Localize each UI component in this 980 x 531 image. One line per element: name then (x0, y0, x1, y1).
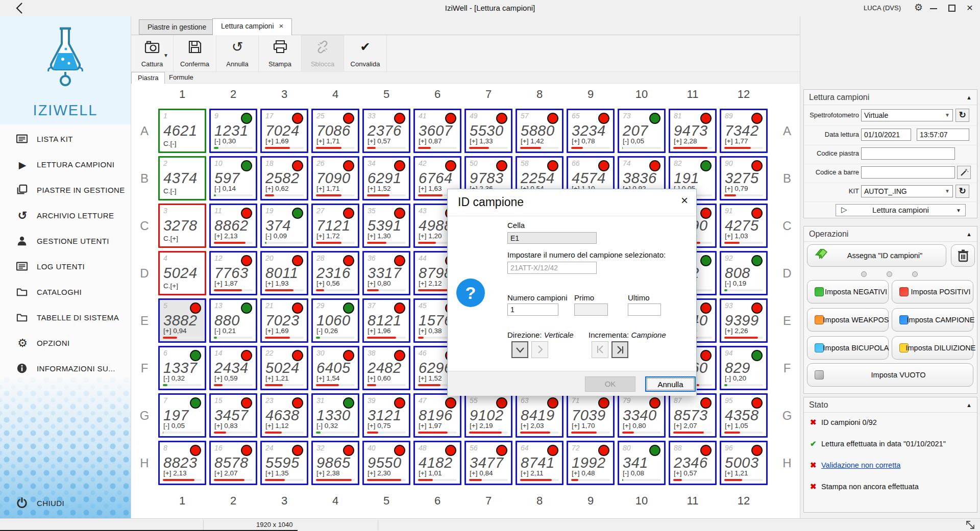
well-B3[interactable]: 182582[+] 0,62 (260, 156, 308, 200)
tab-close-icon[interactable]: × (279, 21, 284, 30)
subtab-piastra[interactable]: Piastra (131, 72, 165, 84)
well-G11[interactable]: 878573[+] 2,07 (669, 393, 717, 438)
kit-select[interactable]: AUTOT_.ING▼ (861, 185, 953, 197)
resize-grip-icon[interactable] (965, 520, 976, 530)
imposta-diluizione-button[interactable]: Imposta DILUIZIONE (892, 336, 973, 360)
well-H8[interactable]: 648741[+] 2,11 (516, 441, 564, 485)
imposta-weakpos-button[interactable]: Imposta WEAKPOS (807, 308, 889, 332)
well-G2[interactable]: 153457[+] 0,83 (209, 393, 257, 438)
well-D5[interactable]: 363317[+] 0,80 (362, 251, 410, 295)
minimize-button[interactable] (926, 0, 941, 16)
well-G10[interactable]: 793340[+] 0,80 (618, 393, 666, 438)
well-D2[interactable]: 127763[+] 1,87 (209, 251, 257, 295)
well-F5[interactable]: 382482[+] 0,60 (362, 346, 410, 390)
codice-barre-input[interactable] (861, 166, 955, 179)
well-A11[interactable]: 819473[+] 2,28 (669, 109, 717, 153)
well-C1[interactable]: 33278C.[+] (158, 204, 206, 248)
well-E5[interactable]: 378121[+] 1,96 (362, 298, 410, 343)
well-G4[interactable]: 311330[-] 0,32 (311, 393, 359, 438)
well-A10[interactable]: 73207[-] 0,05 (618, 109, 666, 153)
well-A12[interactable]: 897342[+] 1,77 (720, 109, 768, 153)
well-E2[interactable]: 13880[-] 0,21 (209, 298, 257, 343)
collapse-icon[interactable]: ▲ (966, 397, 972, 413)
validation-link[interactable]: Validazione non corretta (821, 461, 900, 469)
well-H6[interactable]: 484182[+] 1,01 (413, 441, 461, 485)
imposta-negativi-button[interactable]: Imposta NEGATIVI (807, 280, 889, 304)
imposta-vuoto-button[interactable]: Imposta VUOTO (807, 363, 973, 387)
well-D12[interactable]: 92808[-] 0,19 (720, 251, 768, 295)
sample-id-input[interactable] (507, 262, 597, 274)
direction-vertical-button[interactable] (511, 341, 528, 358)
well-B12[interactable]: 903275[+] 0,79 (720, 156, 768, 200)
well-H9[interactable]: 721992[+] 0,48 (567, 441, 615, 485)
settings-gear-icon[interactable]: ⚙ (914, 0, 923, 16)
well-C4[interactable]: 277121[+] 1,72 (311, 204, 359, 248)
well-G12[interactable]: 954358[+] 1,05 (720, 393, 768, 438)
well-C5[interactable]: 355391[+] 1,30 (362, 204, 410, 248)
tab-piastre-in-gestione[interactable]: Piastre in gestione (139, 19, 215, 35)
well-A6[interactable]: 413607[+] 0,87 (413, 109, 461, 153)
well-H4[interactable]: 329865[+] 2,38 (311, 441, 359, 485)
codice-piastra-input[interactable] (861, 147, 955, 160)
sidebar-item-cataloghi[interactable]: CATALOGHI (0, 280, 131, 305)
refresh-kit-icon[interactable]: ↻ (955, 185, 969, 198)
well-G9[interactable]: 717039[+] 1,70 (567, 393, 615, 438)
well-G3[interactable]: 234638[+] 1,12 (260, 393, 308, 438)
subtab-formule[interactable]: Formule (163, 72, 200, 84)
well-A3[interactable]: 177024[+] 1,69 (260, 109, 308, 153)
well-H11[interactable]: 882346[+] 0,57 (669, 441, 717, 485)
sidebar-item-lettura-campioni[interactable]: ▶LETTURA CAMPIONI (0, 152, 131, 178)
well-A1[interactable]: 14621C.[-] (158, 109, 206, 153)
numero-campioni-input[interactable] (507, 304, 558, 316)
refresh-spettro-icon[interactable]: ↻ (955, 109, 969, 122)
well-B5[interactable]: 346291[+] 1,52 (362, 156, 410, 200)
well-H5[interactable]: 409550[+] 2,30 (362, 441, 410, 485)
well-C2[interactable]: 118862[+] 2,13 (209, 204, 257, 248)
cattura-button[interactable]: ▼Cattura (131, 35, 174, 72)
tab-lettura-campioni[interactable]: Lettura campioni× (212, 18, 292, 35)
sidebar-item-chiudi[interactable]: CHIUDI (0, 491, 131, 516)
well-H10[interactable]: 80341[-] 0,08 (618, 441, 666, 485)
well-E12[interactable]: 939399[+] 2,26 (720, 298, 768, 343)
well-F3[interactable]: 225024[+] 1,21 (260, 346, 308, 390)
collapse-icon[interactable]: ▲ (966, 226, 972, 242)
well-G1[interactable]: 7197[-] 0,05 (158, 393, 206, 438)
well-D1[interactable]: 45024C.[+] (158, 251, 206, 295)
stampa-button[interactable]: Stampa (259, 35, 302, 72)
well-E1[interactable]: 53882[+] 0,94 (158, 298, 206, 343)
well-H2[interactable]: 168578[+] 2,07 (209, 441, 257, 485)
well-H12[interactable]: 965003[+] 1,21 (720, 441, 768, 485)
imposta-positivi-button[interactable]: Imposta POSITIVI (892, 280, 973, 304)
well-D3[interactable]: 208011[+] 1,93 (260, 251, 308, 295)
increment-first-button[interactable] (592, 341, 608, 358)
delete-ids-button[interactable] (951, 244, 975, 267)
lettura-campioni-button[interactable]: ▷ Lettura campioni ▼ (836, 204, 966, 216)
well-A9[interactable]: 653234[+] 0,78 (567, 109, 615, 153)
well-G8[interactable]: 638419[+] 2,03 (516, 393, 564, 438)
maximize-button[interactable] (944, 0, 960, 16)
well-H3[interactable]: 245595[+] 1,35 (260, 441, 308, 485)
dropdown-caret-icon[interactable]: ▼ (163, 53, 168, 58)
well-A4[interactable]: 257086[+] 1,71 (311, 109, 359, 153)
well-F12[interactable]: 94829[-] 0,20 (720, 346, 768, 390)
window-close-button[interactable]: × (962, 0, 978, 16)
sidebar-item-informazioni-su-[interactable]: INFORMAZIONI SU... (0, 356, 131, 382)
conferma-button[interactable]: Conferma (174, 35, 216, 72)
convalida-button[interactable]: ✔Convalida (344, 35, 387, 72)
collapse-icon[interactable]: ▲ (966, 90, 972, 105)
ultimo-input[interactable] (628, 304, 661, 316)
date-input[interactable] (861, 129, 911, 141)
well-B4[interactable]: 267090[+] 1,71 (311, 156, 359, 200)
time-input[interactable] (917, 129, 969, 141)
imposta-campione-button[interactable]: Imposta CAMPIONE (892, 308, 973, 332)
well-C3[interactable]: 19374[-] 0,09 (260, 204, 308, 248)
well-B2[interactable]: 10597[-] 0,14 (209, 156, 257, 200)
sidebar-item-tabelle-di-sistema[interactable]: TABELLE DI SISTEMA (0, 305, 131, 331)
well-G5[interactable]: 393121[+] 0,75 (362, 393, 410, 438)
sidebar-item-lista-kit[interactable]: LISTA KIT (0, 127, 131, 152)
well-A5[interactable]: 332376[+] 0,57 (362, 109, 410, 153)
well-E3[interactable]: 217023[+] 1,69 (260, 298, 308, 343)
imposta-bicupola-button[interactable]: Imposta BICUPOLA (807, 336, 889, 360)
sidebar-item-opzioni[interactable]: ⚙OPZIONI (0, 331, 131, 356)
cancel-button[interactable]: Annulla (645, 376, 696, 392)
